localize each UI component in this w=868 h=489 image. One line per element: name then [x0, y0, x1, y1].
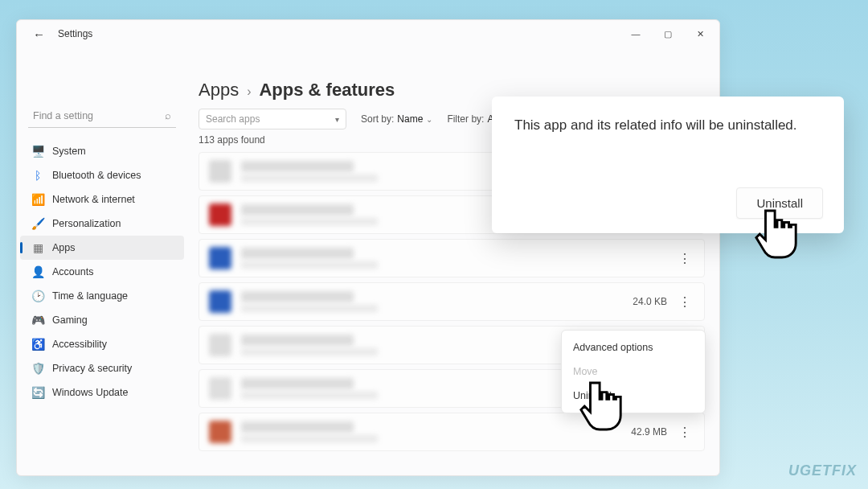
app-more-button[interactable]: ⋮	[675, 294, 694, 310]
sidebar-item-label: Privacy & security	[52, 363, 132, 374]
app-size: 24.0 KB	[619, 296, 667, 307]
sidebar-item-label: Apps	[52, 242, 76, 253]
ctx-uninstall[interactable]: Uninstall	[562, 384, 705, 408]
app-icon	[209, 203, 231, 226]
search-setting-placeholder: Find a setting	[33, 110, 93, 121]
sidebar-item-time-language[interactable]: 🕑Time & language	[20, 284, 184, 308]
sidebar-item-privacy-security[interactable]: 🛡️Privacy & security	[20, 356, 184, 380]
app-more-button[interactable]: ⋮	[675, 425, 694, 440]
nav-icon: 🖌️	[31, 217, 44, 230]
nav-icon: ▦	[31, 241, 44, 254]
sort-label: Sort by:	[361, 113, 394, 125]
filter-label: Filter by:	[447, 113, 484, 125]
sidebar-item-label: Time & language	[52, 290, 128, 302]
sidebar-item-label: Bluetooth & devices	[52, 170, 141, 181]
app-context-menu: Advanced options Move Uninstall	[561, 330, 706, 413]
sidebar-item-label: Accounts	[52, 266, 93, 277]
sidebar-item-label: Network & internet	[52, 194, 135, 205]
app-icon	[209, 290, 231, 313]
nav-icon: 🖥️	[31, 145, 44, 158]
app-icon	[209, 247, 231, 269]
app-meta	[241, 261, 378, 269]
confirm-message: This app and its related info will be un…	[514, 116, 823, 136]
search-apps-input[interactable]: Search apps ▾	[199, 109, 346, 129]
app-info	[241, 291, 619, 312]
app-meta	[241, 435, 378, 442]
chevron-down-icon: ▾	[335, 115, 339, 124]
nav-icon: 👤	[31, 265, 44, 278]
back-button[interactable]: ←	[28, 24, 50, 44]
confirm-uninstall-button[interactable]: Uninstall	[736, 187, 823, 219]
nav-icon: ♿	[31, 338, 44, 351]
uninstall-confirm-popup: This app and its related info will be un…	[492, 97, 844, 233]
watermark: UGETFIX	[788, 462, 857, 479]
app-info	[241, 421, 619, 442]
close-button[interactable]: ✕	[684, 22, 716, 46]
sidebar-item-apps[interactable]: ▦Apps	[20, 236, 184, 260]
app-icon	[209, 421, 231, 443]
app-info	[241, 248, 619, 269]
sidebar-item-label: Accessibility	[52, 339, 107, 350]
app-more-button[interactable]: ⋮	[675, 251, 694, 266]
minimize-button[interactable]: ―	[620, 22, 652, 46]
breadcrumb-sep: ›	[247, 84, 251, 99]
search-setting-input[interactable]: Find a setting ⌕	[28, 104, 176, 128]
sidebar-item-bluetooth-devices[interactable]: ᛒBluetooth & devices	[20, 163, 184, 187]
sidebar-item-accessibility[interactable]: ♿Accessibility	[20, 332, 184, 356]
window-title: Settings	[58, 28, 92, 39]
maximize-button[interactable]: ▢	[652, 22, 684, 46]
sidebar-item-accounts[interactable]: 👤Accounts	[20, 260, 184, 284]
nav-icon: 📶	[31, 193, 44, 206]
app-meta	[241, 348, 378, 355]
app-icon	[209, 160, 231, 183]
sidebar-item-windows-update[interactable]: 🔄Windows Update	[20, 380, 184, 405]
sidebar-item-system[interactable]: 🖥️System	[20, 139, 184, 163]
app-name	[241, 291, 354, 302]
sidebar-item-label: Personalization	[52, 218, 121, 229]
app-meta	[241, 305, 378, 312]
search-apps-placeholder: Search apps	[206, 113, 260, 125]
app-row[interactable]: ⋮	[199, 239, 705, 277]
app-icon	[209, 334, 231, 356]
sidebar-item-label: System	[52, 146, 86, 157]
app-name	[241, 421, 354, 433]
app-meta	[241, 175, 378, 182]
nav-icon: 🕑	[31, 290, 44, 302]
sidebar-item-personalization[interactable]: 🖌️Personalization	[20, 212, 184, 236]
sidebar-item-label: Windows Update	[52, 387, 129, 398]
sidebar-item-label: Gaming	[52, 314, 88, 326]
sidebar: Find a setting ⌕ 🖥️SystemᛒBluetooth & de…	[17, 47, 187, 475]
app-meta	[241, 218, 378, 225]
breadcrumb-leaf: Apps & features	[259, 80, 395, 101]
chevron-down-icon: ⌄	[426, 115, 432, 124]
nav-icon: ᛒ	[31, 169, 44, 182]
nav-icon: 🔄	[31, 386, 44, 399]
sidebar-item-network-internet[interactable]: 📶Network & internet	[20, 187, 184, 212]
nav-icon: 🎮	[31, 314, 44, 327]
app-name	[241, 378, 354, 389]
breadcrumb-root[interactable]: Apps	[199, 80, 239, 101]
app-row[interactable]: 24.0 KB⋮	[199, 282, 705, 321]
app-name	[241, 204, 354, 216]
ctx-advanced-options[interactable]: Advanced options	[562, 335, 705, 360]
nav-icon: 🛡️	[31, 362, 44, 375]
app-meta	[241, 392, 378, 399]
ctx-move: Move	[562, 360, 705, 384]
titlebar: ← Settings ― ▢ ✕	[17, 20, 719, 47]
app-name	[241, 161, 354, 172]
window-controls: ― ▢ ✕	[620, 22, 716, 46]
sort-dropdown[interactable]: Sort by: Name ⌄	[361, 113, 432, 125]
sort-value: Name	[397, 113, 423, 125]
app-row[interactable]: 42.9 MB⋮	[199, 413, 705, 451]
search-icon: ⌕	[165, 110, 171, 121]
app-icon	[209, 377, 231, 400]
app-name	[241, 335, 354, 346]
app-name	[241, 248, 354, 259]
app-size: 42.9 MB	[619, 426, 667, 438]
sidebar-item-gaming[interactable]: 🎮Gaming	[20, 308, 184, 332]
